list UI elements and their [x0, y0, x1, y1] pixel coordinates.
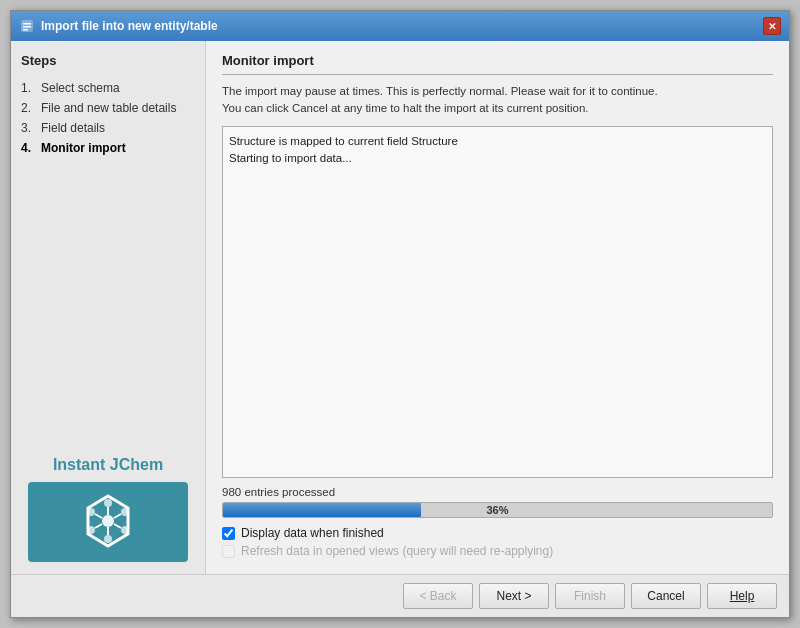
log-line-1: Structure is mapped to current field Str… — [229, 133, 766, 150]
title-bar: Import file into new entity/table ✕ — [11, 11, 789, 41]
step-4: 4. Monitor import — [21, 138, 195, 158]
svg-point-6 — [104, 499, 112, 507]
svg-line-13 — [114, 514, 121, 518]
display-data-checkbox-row: Display data when finished — [222, 526, 773, 540]
log-area: Structure is mapped to current field Str… — [222, 126, 773, 479]
refresh-data-checkbox[interactable] — [222, 545, 235, 558]
cancel-button[interactable]: Cancel — [631, 583, 701, 609]
steps-list: 1. Select schema 2. File and new table d… — [21, 78, 195, 158]
svg-point-8 — [121, 526, 129, 534]
sidebar: Steps 1. Select schema 2. File and new t… — [11, 41, 206, 574]
content-area: Steps 1. Select schema 2. File and new t… — [11, 41, 789, 574]
steps-title: Steps — [21, 53, 195, 68]
display-data-checkbox[interactable] — [222, 527, 235, 540]
footer: < Back Next > Finish Cancel Help — [11, 574, 789, 617]
logo-box — [28, 482, 188, 562]
entries-text: 980 entries processed — [222, 486, 773, 498]
svg-line-17 — [95, 514, 102, 518]
svg-point-7 — [121, 508, 129, 516]
svg-line-16 — [95, 524, 102, 528]
next-button[interactable]: Next > — [479, 583, 549, 609]
log-line-2: Starting to import data... — [229, 150, 766, 167]
logo-icon — [78, 491, 138, 554]
svg-rect-1 — [23, 23, 31, 25]
progress-bar: 36% — [222, 502, 773, 518]
main-panel: Monitor import The import may pause at t… — [206, 41, 789, 574]
svg-point-10 — [87, 526, 95, 534]
refresh-data-label: Refresh data in opened views (query will… — [241, 544, 553, 558]
svg-point-9 — [104, 535, 112, 543]
svg-rect-3 — [23, 29, 28, 31]
info-text: The import may pause at times. This is p… — [222, 83, 773, 118]
close-button[interactable]: ✕ — [763, 17, 781, 35]
refresh-data-checkbox-row: Refresh data in opened views (query will… — [222, 544, 773, 558]
window-title: Import file into new entity/table — [41, 19, 218, 33]
panel-title: Monitor import — [222, 53, 773, 75]
help-button[interactable]: Help — [707, 583, 777, 609]
display-data-label: Display data when finished — [241, 526, 384, 540]
svg-line-14 — [114, 524, 121, 528]
window-icon — [19, 18, 35, 34]
svg-rect-2 — [23, 26, 31, 28]
back-button[interactable]: < Back — [403, 583, 473, 609]
finish-button[interactable]: Finish — [555, 583, 625, 609]
dialog-window: Import file into new entity/table ✕ Step… — [10, 10, 790, 618]
step-3: 3. Field details — [21, 118, 195, 138]
step-1: 1. Select schema — [21, 78, 195, 98]
step-2: 2. File and new table details — [21, 98, 195, 118]
progress-label: 36% — [223, 503, 772, 517]
title-bar-left: Import file into new entity/table — [19, 18, 218, 34]
logo-area: Instant JChem — [21, 456, 195, 562]
logo-text: Instant JChem — [53, 456, 163, 474]
svg-point-11 — [87, 508, 95, 516]
svg-point-5 — [102, 515, 114, 527]
